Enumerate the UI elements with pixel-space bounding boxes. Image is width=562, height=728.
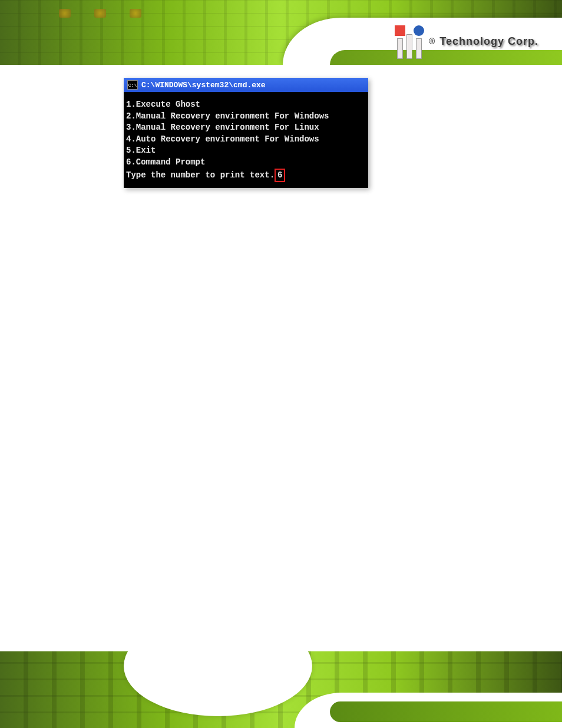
- cmd-window-titlebar: C:\ C:\WINDOWS\system32\cmd.exe: [124, 78, 368, 92]
- header-dots-decoration: [59, 9, 141, 18]
- logo-company-text: Technology Corp.: [439, 35, 538, 48]
- cmd-prompt-text: Type the number to print text.: [126, 170, 275, 180]
- cmd-window-body: 1.Execute Ghost 2.Manual Recovery enviro…: [124, 92, 368, 188]
- cmd-menu-item: 5.Exit: [126, 145, 366, 157]
- cmd-menu-item: 4.Auto Recovery environment For Windows: [126, 134, 366, 146]
- logo-red-square: [395, 25, 405, 36]
- cmd-menu-item: 1.Execute Ghost: [126, 99, 366, 111]
- logo-blue-circle: [414, 25, 424, 36]
- cmd-menu-item: 6.Command Prompt: [126, 157, 366, 169]
- company-logo: ® Technology Corp.: [395, 24, 538, 59]
- cmd-menu-item: 3.Manual Recovery environment For Linux: [126, 122, 366, 134]
- cmd-icon: C:\: [127, 80, 138, 90]
- logo-graphic: [395, 24, 424, 59]
- command-prompt-window: C:\ C:\WINDOWS\system32\cmd.exe 1.Execut…: [124, 78, 368, 188]
- cmd-menu-item: 2.Manual Recovery environment For Window…: [126, 111, 366, 123]
- logo-registered-symbol: ®: [429, 37, 435, 46]
- cmd-input-highlight: 6: [275, 169, 285, 183]
- cmd-prompt-line: Type the number to print text.6: [126, 169, 366, 183]
- footer-decorative-band: [0, 651, 562, 728]
- footer-right-green-inner: [330, 701, 562, 722]
- cmd-window-title: C:\WINDOWS\system32\cmd.exe: [141, 81, 266, 90]
